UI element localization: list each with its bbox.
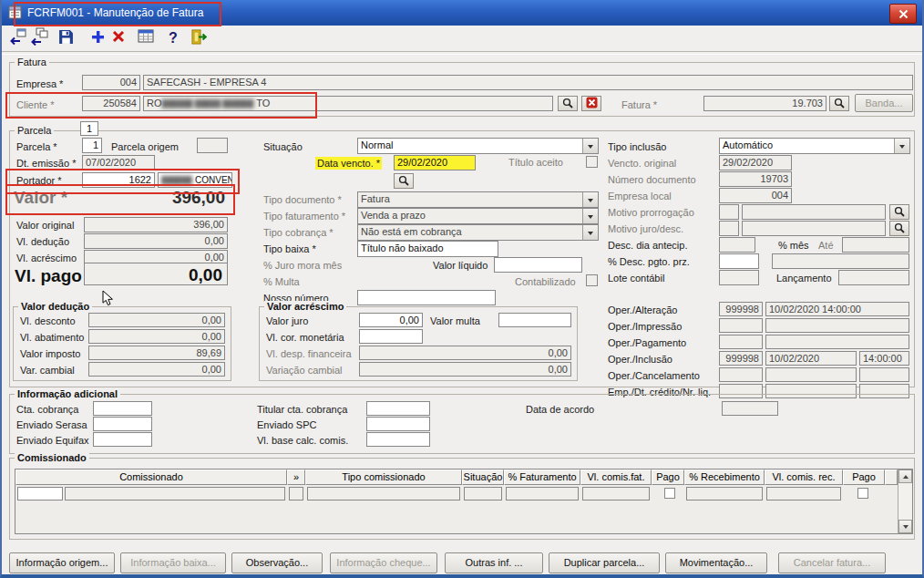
column-header-pago2[interactable]: Pago xyxy=(843,470,885,485)
column-header-vl-comis-fat[interactable]: Vl. comis.fat. xyxy=(580,470,652,485)
fatura-lookup-button[interactable] xyxy=(829,96,849,111)
scroll-up-icon[interactable] xyxy=(898,470,912,483)
comissionado-legend: Comissionado xyxy=(15,452,89,463)
variacao-cambial-field: 0,00 xyxy=(359,362,571,377)
exit-all-button[interactable] xyxy=(28,27,50,49)
motivo-juro-lookup-button[interactable] xyxy=(889,221,909,236)
cliente-restriction-button[interactable] xyxy=(581,96,601,111)
vl-cor-field[interactable] xyxy=(359,329,423,344)
data-vencto-lookup-button[interactable] xyxy=(394,173,414,189)
data-vencto-field[interactable]: 29/02/2020 xyxy=(394,155,476,170)
chevron-down-icon[interactable] xyxy=(894,139,909,153)
column-header-comissionado[interactable]: Comissionado xyxy=(15,470,287,485)
parcela-origem-field xyxy=(197,138,228,153)
valor-original-field: 396,00 xyxy=(84,217,228,232)
help-icon: ? xyxy=(169,30,178,46)
vl-deducao-field: 0,00 xyxy=(84,233,228,249)
vl-pago-label: Vl. pago xyxy=(15,267,82,285)
vl-comis-fat-cell xyxy=(582,487,650,501)
variacao-cambial-label: Variação cambial xyxy=(266,365,343,376)
pct-recebimento-cell xyxy=(686,487,763,501)
tipo-inclusao-combo[interactable]: Automático xyxy=(719,138,910,154)
exit-record-button[interactable] xyxy=(7,27,29,49)
column-header-tipo[interactable]: Tipo comissionado xyxy=(305,470,462,485)
enviado-spc-field[interactable] xyxy=(366,417,430,431)
tipo-cobranca-combo: Não está em cobrança xyxy=(357,224,599,241)
tipo-baixa-field[interactable]: Título não baixado xyxy=(357,241,498,257)
outras-inf-button[interactable]: Outras inf. ... xyxy=(445,552,543,573)
comissionado-name-cell xyxy=(65,487,285,501)
cta-cobranca-field[interactable] xyxy=(93,401,152,416)
titulo-aceito-label: Título aceito xyxy=(508,157,563,168)
titular-label: Titular cta. cobrança xyxy=(257,404,347,415)
enviado-equifax-field[interactable] xyxy=(93,432,152,447)
chevron-down-icon xyxy=(582,192,598,207)
motivo-juro-code-field xyxy=(719,221,739,236)
numero-documento-label: Número documento xyxy=(608,174,696,185)
column-header-pago1[interactable]: Pago xyxy=(652,470,684,485)
parcela-tab[interactable]: 1 xyxy=(80,121,98,136)
titulo-aceito-checkbox xyxy=(586,156,598,168)
valor-acrescimo-legend: Valor acréscimo xyxy=(264,301,346,312)
vl-desp-label: Vl. desp. financeira xyxy=(266,348,352,359)
valor-multa-field[interactable] xyxy=(498,313,571,327)
add-button[interactable] xyxy=(87,27,108,49)
chevron-down-icon[interactable] xyxy=(582,139,598,153)
help-button[interactable]: ? xyxy=(162,27,184,49)
numero-documento-field: 19703 xyxy=(719,171,792,187)
oper-inclusao-time-field: 14:00:00 xyxy=(859,351,909,366)
application-window: FCRFM001 - Manutenção de Fatura ? xyxy=(0,0,924,578)
exit-application-button[interactable] xyxy=(188,27,210,49)
oper-impressao-dt-field xyxy=(765,318,909,333)
contabilizado-label: Contabilizado xyxy=(515,276,576,287)
situacao-combo[interactable]: Normal xyxy=(357,138,599,154)
enviado-serasa-field[interactable] xyxy=(93,417,152,431)
desc-dia-label: Desc. dia antecip. xyxy=(608,240,687,251)
column-header-vl-comis-rec[interactable]: Vl. comis. rec. xyxy=(765,470,843,485)
parcela-num-field[interactable]: 1 xyxy=(82,138,102,153)
cliente-code-field: 250584 xyxy=(82,96,140,111)
vl-base-field[interactable] xyxy=(366,432,430,447)
delete-button[interactable] xyxy=(108,27,129,49)
column-header-situacao[interactable]: Situação xyxy=(462,470,504,485)
cliente-lookup-button[interactable] xyxy=(558,96,578,111)
informacao-origem-button[interactable]: Informação origem... xyxy=(9,552,115,573)
valor-liquido-field[interactable] xyxy=(494,257,582,273)
vencto-original-label: Vencto. original xyxy=(608,158,676,169)
vl-comis-rec-cell xyxy=(766,487,841,501)
magnifier-icon xyxy=(562,96,573,112)
browse-grid-button[interactable] xyxy=(135,27,157,49)
column-header-pct-recebimento[interactable]: % Recebimento xyxy=(684,470,765,485)
table-scrollbar[interactable] xyxy=(898,470,912,533)
comissionado-code-cell[interactable] xyxy=(17,487,63,501)
vl-cor-label: Vl. cor. monetária xyxy=(266,332,344,343)
oper-cancelamento-date-field xyxy=(765,367,857,382)
enviado-spc-label: Enviado SPC xyxy=(257,419,316,430)
movimentacao-button[interactable]: Movimentação... xyxy=(665,552,767,573)
observacao-button[interactable]: Observação... xyxy=(231,552,323,573)
titular-field[interactable] xyxy=(366,401,430,416)
close-button[interactable] xyxy=(889,4,917,24)
scroll-down-icon[interactable] xyxy=(898,520,912,533)
pago-fat-checkbox[interactable] xyxy=(664,488,675,499)
vl-base-label: Vl. base calc. comis. xyxy=(257,435,348,446)
portador-name-field: ██████CONVENIO xyxy=(158,172,232,188)
save-button[interactable] xyxy=(55,27,77,49)
dt-emissao-label: Dt. emissão * xyxy=(16,158,76,169)
pago-rec-checkbox[interactable] xyxy=(857,488,868,499)
cancelar-fatura-button: Cancelar fatura... xyxy=(778,552,886,573)
nosso-numero-field[interactable] xyxy=(357,290,496,305)
vencto-original-field: 29/02/2020 xyxy=(719,155,792,170)
oper-cancelamento-time-field xyxy=(859,367,909,382)
valor-juro-field[interactable]: 0,00 xyxy=(359,313,423,327)
column-header-pct-faturamento[interactable]: % Faturamento xyxy=(504,470,580,485)
portador-code-field[interactable]: 1622 xyxy=(82,172,155,188)
duplicar-parcela-button[interactable]: Duplicar parcela... xyxy=(549,552,660,573)
vl-abatimento-label: Vl. abatimento xyxy=(20,332,84,343)
desc-antecip-field xyxy=(772,253,909,269)
motivo-prorrogacao-lookup-button[interactable] xyxy=(889,204,909,220)
column-header-expand[interactable]: » xyxy=(287,470,305,485)
data-acordo-field xyxy=(722,401,778,416)
multa-label: % Multa xyxy=(263,276,300,287)
desc-pgto-field[interactable] xyxy=(719,253,759,269)
